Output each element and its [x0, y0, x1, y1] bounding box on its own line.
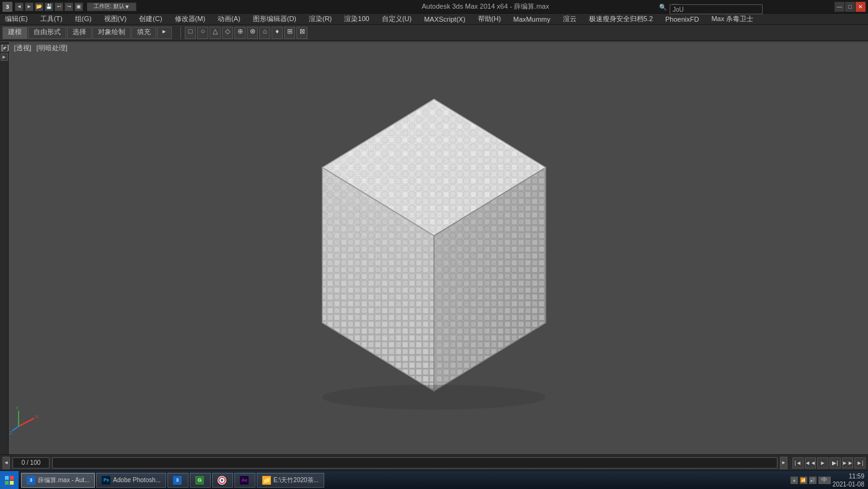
app-icon[interactable]: 3: [2, 2, 12, 12]
timeline: ◄ 0 / 100 ► |◄ ◄◄ ► ▶| ►► ►|: [0, 454, 868, 470]
tb2-obj6[interactable]: ⊗: [247, 27, 258, 39]
tb-select[interactable]: ▣: [74, 2, 83, 11]
tray-icon-lang[interactable]: 中: [818, 477, 831, 484]
prev-frame-btn[interactable]: |◄: [792, 457, 804, 469]
next-frame-btn[interactable]: ►|: [854, 457, 866, 469]
menu-group[interactable]: 组(G): [73, 14, 94, 24]
tb2-extra[interactable]: ▸: [157, 27, 172, 39]
taskbar-item-green[interactable]: G: [190, 473, 211, 488]
tb2-select[interactable]: 选择: [67, 27, 92, 39]
taskbar-icon-au: Au: [240, 476, 249, 485]
tb2-obj10[interactable]: ⊠: [296, 27, 308, 39]
menu-create[interactable]: 创建(C): [136, 14, 164, 24]
frame-display[interactable]: 0 / 100: [12, 457, 50, 469]
clock[interactable]: 11:59 2021-01-08: [833, 472, 864, 488]
win-taskbar: 3 薛编算.max - Aut... Ps Adobe Photosh... 3…: [0, 470, 868, 489]
menu-custom[interactable]: 自定义(U): [379, 14, 414, 24]
menu-maxkiller[interactable]: Max 杀毒卫士: [709, 14, 756, 24]
taskbar-icon-chrome: [218, 476, 226, 485]
svg-text:X: X: [35, 414, 39, 419]
menubar: 编辑(E) 工具(T) 组(G) 视图(V) 创建(C) 修改器(M) 动画(A…: [0, 14, 868, 25]
taskbar-icon-green: G: [195, 476, 204, 485]
tb2-obj9[interactable]: ⊞: [284, 27, 295, 39]
cube-svg: [279, 68, 589, 428]
taskbar-items: 3 薛编算.max - Aut... Ps Adobe Photosh... 3…: [19, 473, 787, 488]
menu-render[interactable]: 渲染(R): [306, 14, 334, 24]
tb-back[interactable]: ◄: [15, 2, 24, 11]
tb-open[interactable]: 📂: [35, 2, 43, 11]
cube-container: [279, 68, 589, 428]
menu-tools[interactable]: 工具(T): [38, 14, 65, 24]
timeline-ruler: [53, 458, 777, 468]
tb2-obj1[interactable]: □: [185, 27, 196, 39]
viewport-labels[interactable]: [+] [透视] [明暗处理]: [1, 43, 68, 53]
viewport-label-plus[interactable]: [+]: [1, 43, 9, 53]
menu-render100[interactable]: 渲染100: [342, 14, 371, 24]
svg-line-74: [12, 426, 19, 431]
tb2-obj5[interactable]: ⊕: [234, 27, 246, 39]
win-start-button[interactable]: [0, 471, 19, 490]
taskbar-item-au[interactable]: Au: [234, 473, 255, 488]
taskbar-item-3dsmax[interactable]: 3 薛编算.max - Aut...: [21, 473, 95, 488]
tb-forward[interactable]: ►: [25, 2, 33, 11]
taskbar-icon-photoshop: Ps: [102, 476, 110, 485]
menu-graph-editor[interactable]: 图形编辑器(D): [250, 14, 299, 24]
tray-icon-1[interactable]: ▲: [790, 477, 798, 484]
taskbar-item-chrome[interactable]: [212, 473, 233, 488]
taskbar-icon-folder: 📁: [262, 476, 271, 485]
play-all-btn[interactable]: ▶|: [830, 457, 841, 469]
search-icon[interactable]: 🔍: [657, 1, 668, 12]
taskbar-item-3dsmax2[interactable]: 3: [167, 473, 188, 488]
svg-line-70: [19, 418, 34, 426]
tb2-obj7[interactable]: ⌂: [259, 27, 270, 39]
viewport[interactable]: [+] [透视] [明暗处理]: [0, 42, 868, 454]
left-tb-2[interactable]: ▶: [1, 53, 8, 61]
menu-cloud[interactable]: 渲云: [560, 14, 579, 24]
tb2-build[interactable]: 建模: [2, 27, 27, 39]
menu-edit[interactable]: 编辑(E): [2, 14, 30, 24]
toolbar2-separator: [180, 27, 181, 39]
svg-text:Y: Y: [16, 405, 19, 411]
tb2-obj8[interactable]: ♦: [272, 27, 283, 39]
tb2-freeform[interactable]: 自由形式: [28, 27, 66, 39]
svg-point-69: [322, 385, 546, 410]
menu-modifier[interactable]: 修改器(M): [172, 14, 208, 24]
left-mini-toolbar: ▼ ▶: [0, 42, 9, 454]
toolbar2-group: 建模 自由形式 选择 对象绘制 填充 ▸: [2, 27, 172, 39]
menu-maxscript[interactable]: MAXScript(X): [422, 16, 468, 23]
taskbar-item-folder[interactable]: 📁 E:\天竹2020茶...: [257, 473, 324, 488]
viewport-label-persp[interactable]: [透视]: [14, 43, 32, 53]
viewport-label-shade[interactable]: [明暗处理]: [37, 43, 68, 53]
svg-rect-79: [10, 476, 14, 480]
tb-redo[interactable]: ↪: [64, 2, 73, 11]
play-btn[interactable]: ►: [817, 457, 828, 469]
menu-view[interactable]: 视图(V): [102, 14, 130, 24]
menu-animation[interactable]: 动画(A): [215, 14, 243, 24]
tb2-fill[interactable]: 填充: [131, 27, 156, 39]
tb2-obj4[interactable]: ◇: [222, 27, 233, 39]
tb-save[interactable]: 💾: [45, 2, 53, 11]
taskbar-icon-3dsmax: 3: [27, 476, 35, 485]
menu-safety[interactable]: 极速瘦身安全归档5.2: [587, 14, 655, 24]
menu-maxmummy[interactable]: MaxMummy: [511, 16, 553, 23]
tray-icon-network[interactable]: 📶: [800, 477, 807, 484]
timeline-right-btn[interactable]: ►: [780, 457, 787, 469]
tb-undo[interactable]: ↩: [55, 2, 63, 11]
tb2-object-paint[interactable]: 对象绘制: [92, 27, 131, 39]
taskbar-item-photoshop[interactable]: Ps Adobe Photosh...: [96, 473, 166, 488]
timeline-track[interactable]: [52, 457, 777, 469]
tb2-obj3[interactable]: △: [210, 27, 221, 39]
next-key-btn[interactable]: ►►: [842, 457, 853, 469]
prev-key-btn[interactable]: ◄◄: [805, 457, 816, 469]
tb2-obj2[interactable]: ○: [197, 27, 208, 39]
axis-indicator: X Y Z: [9, 405, 40, 436]
search-input[interactable]: [670, 4, 763, 14]
svg-rect-80: [5, 481, 9, 485]
workspace-dropdown[interactable]: 工作区: 默认 ▼: [87, 2, 136, 11]
menu-help[interactable]: 帮助(H): [476, 14, 503, 24]
svg-text:Z: Z: [9, 430, 12, 436]
tray-icon-volume[interactable]: 🔊: [809, 477, 817, 484]
timeline-left-btn[interactable]: ◄: [2, 457, 10, 469]
top-right-icons: 🔍 ⬛ ★ ?: [657, 0, 868, 14]
menu-phoenixfd[interactable]: PhoenixFD: [663, 16, 701, 23]
